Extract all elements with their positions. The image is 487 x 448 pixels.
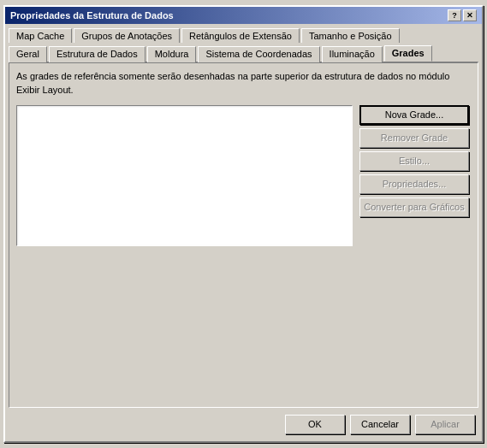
tab-grades[interactable]: Grades	[384, 45, 432, 62]
converter-graficos-button[interactable]: Converter para Gráficos	[359, 197, 469, 217]
help-button[interactable]: ?	[448, 9, 461, 21]
tab-moldura[interactable]: Moldura	[147, 46, 197, 62]
description-text: As grades de referência somente serão de…	[16, 70, 471, 97]
tab-iluminacao[interactable]: Iluminação	[322, 46, 383, 62]
apply-button[interactable]: Aplicar	[415, 415, 475, 434]
tab-row-2: Geral Estrutura de Dados Moldura Sistema…	[5, 42, 482, 62]
bottom-bar: OK Cancelar Aplicar	[5, 408, 482, 441]
title-bar-buttons: ? ✕	[448, 9, 477, 21]
remover-grade-button[interactable]: Remover Grade	[359, 128, 469, 148]
window-title: Propriedades da Estrutura de Dados	[10, 10, 174, 21]
title-bar: Propriedades da Estrutura de Dados ? ✕	[5, 7, 482, 24]
ok-button[interactable]: OK	[285, 415, 345, 434]
content-area: Nova Grade... Remover Grade Estilo... Pr…	[16, 105, 471, 246]
content-spacer	[16, 246, 471, 400]
grades-list[interactable]	[16, 105, 353, 246]
nova-grade-button[interactable]: Nova Grade...	[359, 105, 469, 125]
tab-tamanho-posicao[interactable]: Tamanho e Posição	[301, 28, 400, 43]
tab-sistema-coordenadas[interactable]: Sistema de Coordenadas	[198, 46, 319, 62]
tab-estrutura-dados[interactable]: Estrutura de Dados	[49, 46, 146, 62]
tab-retangulos-extensao[interactable]: Retângulos de Extensão	[181, 28, 300, 43]
cancel-button[interactable]: Cancelar	[350, 415, 410, 434]
close-button[interactable]: ✕	[463, 9, 477, 21]
buttons-panel: Nova Grade... Remover Grade Estilo... Pr…	[359, 105, 471, 246]
tab-map-cache[interactable]: Map Cache	[9, 28, 72, 43]
tab-grupos-anotacoes[interactable]: Grupos de Anotações	[74, 28, 180, 43]
tab-geral[interactable]: Geral	[9, 46, 47, 62]
estilo-button[interactable]: Estilo...	[359, 151, 469, 171]
propriedades-button[interactable]: Propriedades...	[359, 174, 469, 194]
tab-content: As grades de referência somente serão de…	[9, 62, 478, 408]
main-window: Propriedades da Estrutura de Dados ? ✕ M…	[3, 5, 484, 443]
tab-row-1: Map Cache Grupos de Anotações Retângulos…	[5, 24, 482, 42]
